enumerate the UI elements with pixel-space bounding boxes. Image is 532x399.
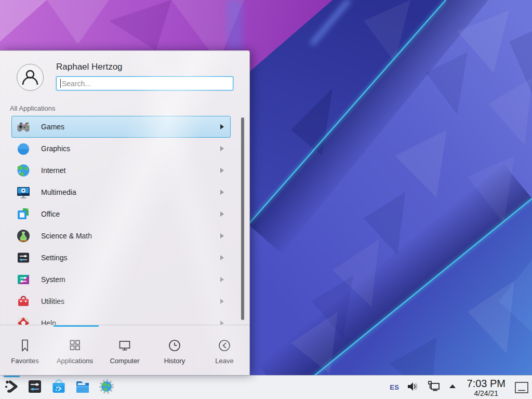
taskbar-browser-button[interactable] bbox=[95, 376, 118, 399]
category-label: System bbox=[41, 275, 65, 284]
category-label: Multimedia bbox=[41, 188, 76, 196]
launcher-header: Raphael Hertzog bbox=[0, 51, 249, 97]
active-task-indicator bbox=[4, 376, 20, 377]
gamepad-icon bbox=[15, 118, 32, 135]
utilities-toolbox-icon bbox=[15, 293, 32, 310]
submenu-arrow-icon bbox=[220, 233, 224, 238]
category-row-utilities[interactable]: Utilities bbox=[11, 290, 231, 312]
category-label: Graphics bbox=[41, 144, 70, 153]
keyboard-layout-indicator[interactable]: ES bbox=[390, 383, 399, 391]
taskbar-panel: ES bbox=[0, 375, 532, 399]
category-label: Settings bbox=[41, 254, 68, 262]
discover-store-icon bbox=[50, 378, 67, 397]
tab-applications[interactable]: Applications bbox=[50, 327, 100, 376]
submenu-arrow-icon bbox=[220, 211, 224, 217]
category-label: Office bbox=[41, 210, 60, 218]
desktop-screen: Raphael Hertzog All Applications bbox=[0, 0, 532, 399]
submenu-arrow-icon bbox=[220, 299, 224, 304]
category-row-games[interactable]: Games bbox=[11, 116, 231, 138]
browser-globe-gear-icon bbox=[98, 378, 115, 397]
submenu-arrow-icon bbox=[220, 124, 224, 129]
leave-back-icon bbox=[217, 338, 232, 353]
help-lifebuoy-icon bbox=[15, 315, 32, 325]
submenu-arrow-icon bbox=[220, 146, 224, 151]
category-row-graphics[interactable]: Graphics bbox=[11, 138, 231, 159]
tab-leave[interactable]: Leave bbox=[200, 327, 249, 376]
category-row-help[interactable]: Help bbox=[11, 312, 231, 325]
digital-clock[interactable]: 7:03 PM 4/24/21 bbox=[467, 378, 506, 397]
category-label: Utilities bbox=[41, 297, 64, 305]
category-row-multimedia[interactable]: Multimedia bbox=[11, 181, 231, 203]
category-row-internet[interactable]: Internet bbox=[11, 159, 231, 181]
taskbar-system-settings-button[interactable] bbox=[23, 376, 47, 399]
search-input[interactable] bbox=[56, 76, 233, 90]
dolphin-folder-icon bbox=[74, 378, 91, 397]
category-row-office[interactable]: Office bbox=[11, 203, 231, 225]
bookmark-icon bbox=[17, 338, 33, 353]
tab-computer[interactable]: Computer bbox=[100, 327, 150, 376]
clock-date: 4/24/21 bbox=[467, 390, 506, 397]
category-list: Games Graphics bbox=[0, 116, 249, 325]
submenu-arrow-icon bbox=[220, 321, 224, 325]
settings-sliders-icon bbox=[15, 249, 32, 266]
launcher-tab-bar: Favorites Applications bbox=[0, 327, 249, 376]
tab-history[interactable]: History bbox=[150, 327, 200, 376]
tabbar-separator bbox=[0, 325, 249, 325]
app-launcher-button[interactable] bbox=[0, 376, 23, 399]
submenu-arrow-icon bbox=[220, 190, 224, 195]
system-sliders-icon bbox=[15, 271, 32, 288]
section-label: All Applications bbox=[10, 104, 55, 112]
office-documents-icon bbox=[15, 206, 32, 222]
category-label: Games bbox=[41, 123, 64, 131]
submenu-arrow-icon bbox=[220, 168, 224, 173]
system-settings-icon bbox=[26, 378, 43, 397]
category-row-science[interactable]: Science & Math bbox=[11, 225, 231, 247]
speaker-icon[interactable] bbox=[406, 380, 420, 395]
globe-icon bbox=[15, 162, 32, 179]
user-avatar-icon[interactable] bbox=[17, 64, 44, 91]
clock-icon bbox=[167, 338, 182, 353]
monitor-icon bbox=[117, 338, 132, 353]
active-tab-indicator bbox=[54, 325, 99, 327]
submenu-arrow-icon bbox=[220, 255, 224, 260]
category-label: Help bbox=[41, 319, 56, 325]
user-name: Raphael Hertzog bbox=[56, 62, 123, 72]
category-label: Science & Math bbox=[41, 232, 92, 240]
graphics-sphere-icon bbox=[15, 140, 32, 157]
taskbar-dolphin-button[interactable] bbox=[71, 376, 95, 399]
multimedia-monitor-icon bbox=[15, 184, 32, 201]
clock-time: 7:03 PM bbox=[467, 378, 506, 389]
app-grid-icon bbox=[67, 338, 83, 353]
application-launcher-menu: Raphael Hertzog All Applications bbox=[0, 50, 250, 375]
show-desktop-button[interactable] bbox=[514, 381, 529, 394]
system-tray: ES bbox=[390, 378, 532, 397]
category-row-system[interactable]: System bbox=[11, 269, 231, 290]
text-caret bbox=[60, 79, 61, 88]
show-desktop-icon bbox=[514, 381, 529, 394]
science-flask-icon bbox=[15, 228, 32, 244]
wired-network-icon[interactable] bbox=[427, 379, 441, 396]
tab-favorites[interactable]: Favorites bbox=[0, 327, 50, 376]
list-scrollbar[interactable] bbox=[241, 117, 244, 320]
category-label: Internet bbox=[41, 166, 65, 175]
submenu-arrow-icon bbox=[220, 277, 224, 282]
category-row-settings[interactable]: Settings bbox=[11, 247, 231, 269]
taskbar-discover-button[interactable] bbox=[47, 376, 71, 399]
kde-launcher-icon bbox=[3, 378, 20, 397]
caret-up-icon[interactable] bbox=[448, 382, 457, 393]
